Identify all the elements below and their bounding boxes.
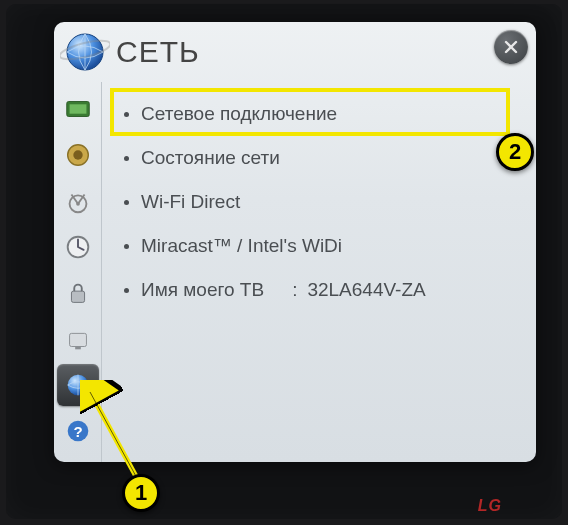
close-icon (503, 39, 519, 55)
panel-body: ? Сетевое подключение Состояние сети Wi-… (54, 82, 536, 462)
menu-item-tv-name[interactable]: Имя моего ТВ : 32LA644V-ZA (124, 268, 522, 312)
menu-item-network-connection[interactable]: Сетевое подключение (124, 92, 522, 136)
sidebar-item-time[interactable] (57, 226, 99, 268)
network-icon (60, 26, 110, 76)
svg-text:?: ? (73, 423, 82, 440)
channel-icon (63, 186, 93, 216)
menu-content: Сетевое подключение Состояние сети Wi-Fi… (102, 82, 536, 462)
sound-icon (63, 140, 93, 170)
sidebar-item-option[interactable] (57, 318, 99, 360)
bullet-icon (124, 112, 129, 117)
menu-item-network-status[interactable]: Состояние сети (124, 136, 522, 180)
menu-item-miracast[interactable]: Miracast™ / Intel's WiDi (124, 224, 522, 268)
menu-item-wifi-direct[interactable]: Wi-Fi Direct (124, 180, 522, 224)
svg-rect-9 (71, 291, 84, 302)
annotation-callout-2: 2 (496, 133, 534, 171)
settings-panel: СЕТЬ (54, 22, 536, 462)
bullet-icon (124, 288, 129, 293)
panel-title: СЕТЬ (116, 35, 200, 69)
sidebar: ? (54, 82, 102, 462)
menu-item-value: 32LA644V-ZA (307, 279, 425, 301)
svg-rect-10 (69, 333, 86, 346)
network-icon (63, 370, 93, 400)
menu-item-label: Miracast™ / Intel's WiDi (141, 235, 342, 257)
menu-item-label: Сетевое подключение (141, 103, 337, 125)
sidebar-item-sound[interactable] (57, 134, 99, 176)
sidebar-item-network[interactable] (57, 364, 99, 406)
sidebar-item-support[interactable]: ? (57, 410, 99, 452)
menu-item-label: Wi-Fi Direct (141, 191, 240, 213)
bullet-icon (124, 156, 129, 161)
svg-point-7 (76, 202, 80, 206)
sidebar-item-lock[interactable] (57, 272, 99, 314)
tv-frame: СЕТЬ (6, 4, 562, 519)
menu-item-label: Имя моего ТВ (141, 279, 264, 301)
annotation-callout-1: 1 (122, 474, 160, 512)
lock-icon (63, 278, 93, 308)
close-button[interactable] (494, 30, 528, 64)
support-icon: ? (63, 416, 93, 446)
bullet-icon (124, 200, 129, 205)
picture-icon (63, 94, 93, 124)
menu-item-label: Состояние сети (141, 147, 280, 169)
svg-rect-11 (75, 347, 81, 350)
sidebar-item-channel[interactable] (57, 180, 99, 222)
separator: : (292, 279, 297, 301)
panel-header: СЕТЬ (54, 22, 536, 82)
brand-logo: LG (478, 497, 502, 515)
svg-rect-3 (69, 104, 86, 113)
bullet-icon (124, 244, 129, 249)
sidebar-item-picture[interactable] (57, 88, 99, 130)
svg-point-5 (73, 150, 82, 159)
time-icon (63, 232, 93, 262)
option-icon (63, 324, 93, 354)
